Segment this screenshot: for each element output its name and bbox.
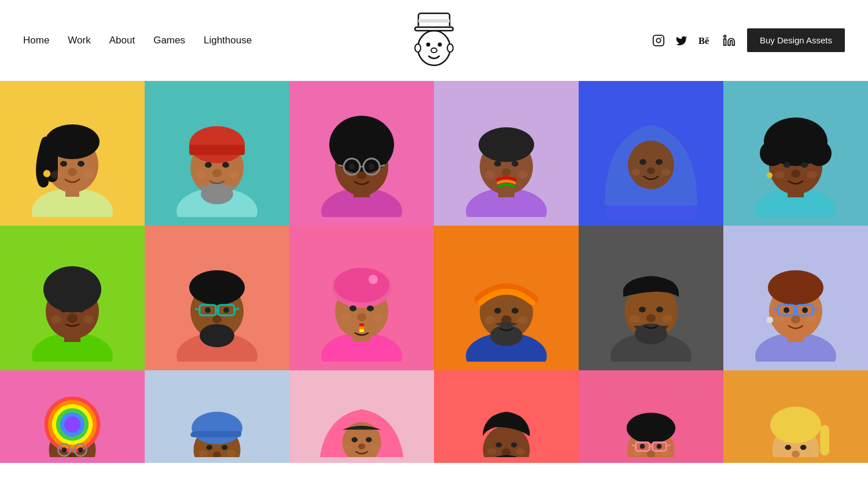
avatar-grid (0, 81, 868, 463)
svg-point-11 (656, 38, 660, 42)
twitter-icon[interactable] (675, 34, 688, 47)
buy-assets-button[interactable]: Buy Design Assets (747, 28, 845, 52)
social-icons: Bē (652, 34, 735, 47)
svg-point-7 (415, 44, 421, 52)
behance-icon[interactable]: Bē (698, 34, 712, 47)
nav-lighthouse[interactable]: Lighthouse (204, 35, 252, 46)
svg-point-12 (661, 37, 662, 38)
svg-point-15 (724, 35, 726, 37)
site-header: Home Work About Games Lighthouse (0, 0, 868, 81)
nav-home[interactable]: Home (23, 35, 49, 46)
site-logo[interactable] (408, 9, 460, 72)
instagram-icon[interactable] (652, 34, 665, 47)
svg-point-8 (447, 44, 453, 52)
svg-rect-10 (653, 35, 664, 45)
nav-games[interactable]: Games (153, 35, 185, 46)
nav-about[interactable]: About (109, 35, 135, 46)
main-nav: Home Work About Games Lighthouse (23, 35, 252, 46)
svg-point-5 (438, 42, 442, 46)
svg-rect-9 (415, 27, 453, 31)
linkedin-icon[interactable] (723, 34, 735, 47)
svg-point-4 (426, 42, 431, 46)
nav-work[interactable]: Work (68, 35, 90, 46)
svg-rect-1 (418, 19, 450, 23)
svg-text:Bē: Bē (698, 35, 709, 46)
svg-rect-14 (724, 39, 726, 45)
header-right: Bē Buy Design Assets (652, 28, 845, 52)
